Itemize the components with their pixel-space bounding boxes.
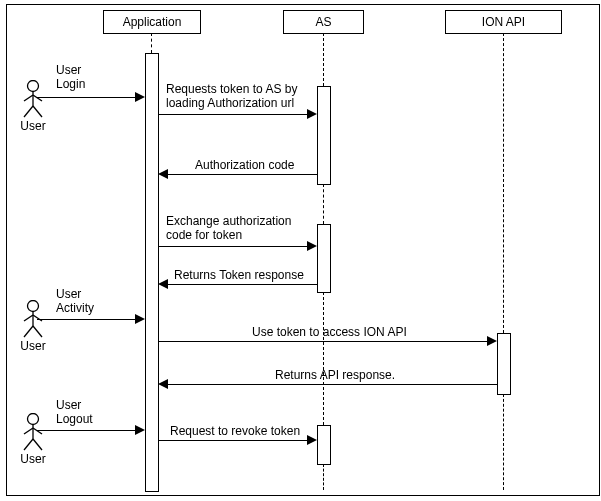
arrow-head <box>135 425 145 435</box>
svg-line-9 <box>33 315 42 321</box>
person-icon <box>22 413 44 451</box>
msg-api-response: Returns API response. <box>275 368 395 382</box>
svg-point-0 <box>28 81 39 92</box>
svg-line-4 <box>24 106 33 117</box>
sequence-diagram: Application AS ION API User User Login <box>0 0 601 501</box>
svg-line-14 <box>24 428 33 434</box>
lifeline-application <box>151 33 152 53</box>
arrow-m5 <box>158 341 488 342</box>
msg-use-token: Use token to access ION API <box>252 325 407 339</box>
arrow-m3 <box>158 246 308 247</box>
svg-line-15 <box>33 428 42 434</box>
arrow-user-logout <box>37 430 136 431</box>
lifeline-as <box>323 184 324 224</box>
actor-label: User <box>13 119 53 133</box>
lifeline-as <box>323 292 324 425</box>
arrow-m2 <box>168 174 317 175</box>
arrow-head <box>135 92 145 102</box>
arrow-head <box>158 169 168 179</box>
arrow-user-activity <box>37 319 136 320</box>
svg-line-16 <box>24 439 33 450</box>
arrow-head <box>307 109 317 119</box>
msg-revoke-token: Request to revoke token <box>170 424 300 438</box>
actor-user-activity: User <box>13 300 53 353</box>
svg-line-17 <box>33 439 42 450</box>
arrow-m7 <box>158 440 308 441</box>
user-activity-label: User Activity <box>56 287 94 315</box>
arrow-head <box>158 279 168 289</box>
actor-label: User <box>13 452 53 466</box>
activation-as-2 <box>317 224 331 293</box>
arrow-user-login <box>37 97 136 98</box>
participant-label: ION API <box>482 15 525 29</box>
msg-auth-code: Authorization code <box>195 158 294 172</box>
lifeline-ionapi <box>503 33 504 333</box>
user-login-label: User Login <box>56 63 85 91</box>
activation-ionapi <box>497 333 511 395</box>
person-icon <box>22 80 44 118</box>
arrow-head <box>158 379 168 389</box>
arrow-m6 <box>168 384 497 385</box>
svg-line-3 <box>33 95 42 101</box>
msg-request-token: Requests token to AS by loading Authoriz… <box>166 82 297 110</box>
lifeline-as <box>323 33 324 86</box>
participant-as: AS <box>283 10 364 34</box>
diagram-frame <box>6 4 600 496</box>
participant-application: Application <box>103 10 201 34</box>
activation-as-1 <box>317 86 331 185</box>
arrow-head <box>135 314 145 324</box>
svg-line-5 <box>33 106 42 117</box>
msg-token-response: Returns Token response <box>174 268 304 282</box>
svg-line-10 <box>24 326 33 337</box>
arrow-head <box>307 241 317 251</box>
svg-point-6 <box>28 301 39 312</box>
svg-line-8 <box>24 315 33 321</box>
svg-line-11 <box>33 326 42 337</box>
participant-label: Application <box>123 15 182 29</box>
actor-user-logout: User <box>13 413 53 466</box>
msg-exchange-code: Exchange authorization code for token <box>166 214 291 242</box>
participant-ionapi: ION API <box>445 10 562 34</box>
activation-application <box>145 53 159 492</box>
actor-label: User <box>13 339 53 353</box>
arrow-head <box>307 435 317 445</box>
arrow-m1 <box>158 114 308 115</box>
svg-line-2 <box>24 95 33 101</box>
actor-user-login: User <box>13 80 53 133</box>
arrow-m4 <box>168 284 317 285</box>
lifeline-as <box>323 464 324 490</box>
user-logout-label: User Logout <box>56 398 93 426</box>
activation-as-3 <box>317 425 331 465</box>
lifeline-ionapi <box>503 394 504 490</box>
svg-point-12 <box>28 414 39 425</box>
arrow-head <box>487 336 497 346</box>
participant-label: AS <box>315 15 331 29</box>
